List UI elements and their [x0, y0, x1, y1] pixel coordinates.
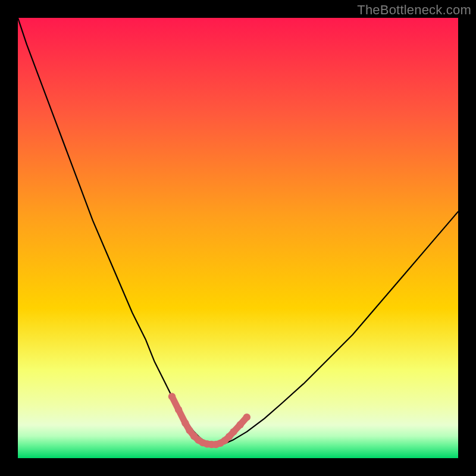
- gradient-background: [18, 18, 458, 458]
- trough-marker-dot: [243, 414, 250, 421]
- plot-area: [18, 18, 458, 458]
- trough-marker-dot: [181, 419, 189, 427]
- bottleneck-chart: [18, 18, 458, 458]
- trough-marker-dot: [175, 406, 182, 413]
- trough-marker-dot: [230, 428, 237, 435]
- watermark-text: TheBottleneck.com: [357, 2, 471, 18]
- trough-marker-dot: [168, 393, 176, 400]
- chart-frame: TheBottleneck.com: [0, 0, 476, 476]
- trough-marker-dot: [237, 421, 244, 428]
